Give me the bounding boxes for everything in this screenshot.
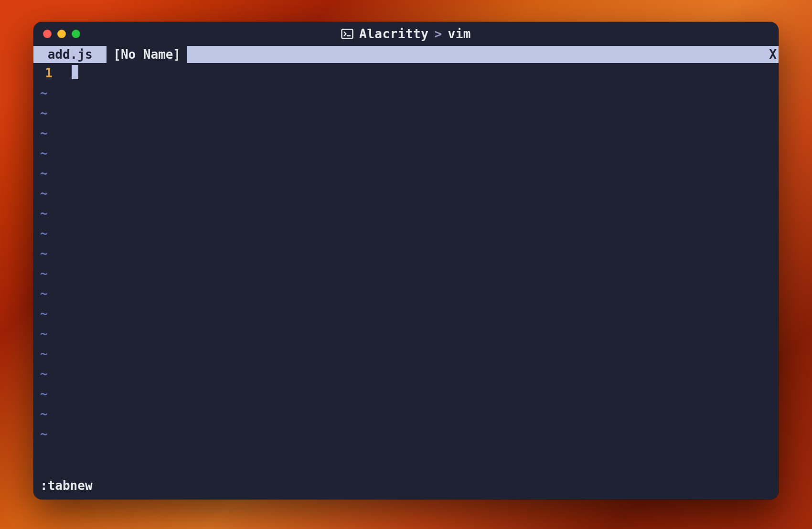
vim-tabline-fill [187,46,768,63]
terminal-viewport[interactable]: add.js [No Name] X 1 ~~~~~~~~~~~~~~~~~~ … [33,46,779,499]
vim-tabline: add.js [No Name] X [33,46,779,63]
window-titlebar[interactable]: Alacritty > vim [33,22,779,46]
vim-empty-line: ~ [33,83,779,103]
tilde-marker: ~ [33,264,48,284]
vim-empty-line: ~ [33,203,779,223]
vim-empty-line: ~ [33,143,779,163]
vim-tab-active[interactable]: [No Name] [107,46,187,63]
terminal-icon [341,29,353,39]
tilde-marker: ~ [33,103,48,123]
tilde-marker: ~ [33,203,48,223]
tilde-marker: ~ [33,384,48,404]
vim-line-current[interactable]: 1 [33,63,779,83]
vim-empty-line: ~ [33,163,779,183]
tilde-marker: ~ [33,243,48,264]
tilde-marker: ~ [33,344,48,364]
tilde-marker: ~ [33,83,48,103]
tilde-marker: ~ [33,304,48,324]
title-app-name: Alacritty [359,27,428,41]
vim-empty-line: ~ [33,384,779,404]
cursor [72,65,78,79]
vim-empty-line: ~ [33,284,779,304]
vim-empty-line: ~ [33,424,779,444]
vim-empty-line: ~ [33,304,779,324]
vim-tab-close-indicator[interactable]: X [768,46,779,63]
vim-empty-line: ~ [33,103,779,123]
vim-empty-line: ~ [33,243,779,264]
tilde-marker: ~ [33,123,48,143]
tilde-marker: ~ [33,163,48,183]
tilde-marker: ~ [33,324,48,344]
window-controls [43,30,80,38]
line-content[interactable] [60,63,78,83]
title-process-name: vim [448,27,471,41]
svg-rect-0 [342,30,353,39]
desktop-background: Alacritty > vim add.js [No Name] X 1 ~~~… [0,0,812,529]
tilde-marker: ~ [33,223,48,243]
vim-tab-inactive[interactable]: add.js [33,46,107,63]
tilde-marker: ~ [33,183,48,203]
line-number: 1 [33,63,60,83]
vim-empty-line: ~ [33,344,779,364]
vim-empty-line: ~ [33,123,779,143]
tilde-marker: ~ [33,404,48,424]
vim-empty-line: ~ [33,324,779,344]
vim-empty-line: ~ [33,364,779,384]
maximize-window-button[interactable] [72,30,80,38]
vim-buffer[interactable]: 1 ~~~~~~~~~~~~~~~~~~ [33,63,779,476]
tilde-marker: ~ [33,364,48,384]
vim-empty-line: ~ [33,223,779,243]
vim-empty-line: ~ [33,183,779,203]
vim-empty-line: ~ [33,404,779,424]
window-title: Alacritty > vim [341,27,471,41]
title-separator: > [434,27,442,41]
terminal-window[interactable]: Alacritty > vim add.js [No Name] X 1 ~~~… [33,22,779,499]
close-window-button[interactable] [43,30,52,38]
tilde-marker: ~ [33,424,48,444]
tilde-marker: ~ [33,284,48,304]
tilde-marker: ~ [33,143,48,163]
minimize-window-button[interactable] [57,30,66,38]
vim-command-line[interactable]: :tabnew [33,476,779,496]
vim-empty-line: ~ [33,264,779,284]
